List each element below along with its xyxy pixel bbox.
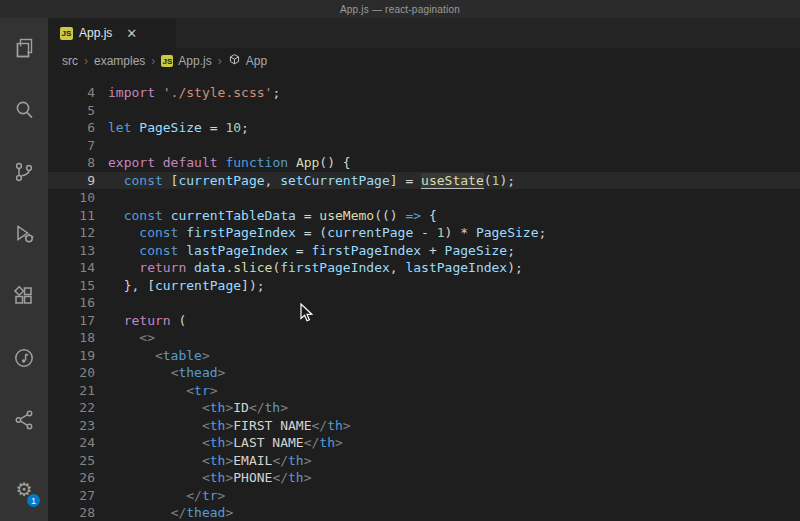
code-text: [95, 294, 108, 312]
activity-item-run-debug[interactable]: [0, 210, 48, 258]
activity-item-music[interactable]: [0, 334, 48, 382]
breadcrumb: src › examples › JS App.js ›: [48, 48, 800, 74]
line-number: 17: [48, 312, 95, 330]
explorer-icon: [12, 36, 36, 60]
line-number: 12: [48, 224, 95, 242]
breadcrumb-item-appjs[interactable]: JS App.js: [161, 54, 211, 68]
line-number: 26: [48, 469, 95, 487]
code-text: const currentTableData = useMemo(() => {: [95, 207, 437, 225]
line-number: 7: [48, 137, 95, 155]
code-text: [95, 137, 108, 155]
activity-item-share[interactable]: [0, 396, 48, 444]
run-debug-icon: [12, 222, 36, 246]
code-text: [95, 102, 108, 120]
code-line[interactable]: 20 <thead>: [48, 364, 800, 382]
line-number: 22: [48, 399, 95, 417]
code-line[interactable]: 7: [48, 137, 800, 155]
code-text: <th>LAST NAME</th>: [95, 434, 343, 452]
code-line[interactable]: 28 </thead>: [48, 504, 800, 521]
js-file-icon: JS: [161, 55, 173, 67]
line-number: 18: [48, 329, 95, 347]
activity-bar: ⚙ 1: [0, 18, 48, 521]
line-number: 9: [48, 172, 95, 190]
line-number: 27: [48, 487, 95, 505]
code-text: <tr>: [95, 382, 218, 400]
search-icon: [12, 98, 36, 122]
activity-item-source-control[interactable]: [0, 148, 48, 196]
code-text: [95, 189, 108, 207]
window-title: App.js — react-pagination: [340, 4, 460, 15]
line-number: 19: [48, 347, 95, 365]
code-line[interactable]: 22 <th>ID</th>: [48, 399, 800, 417]
vscode-window: App.js — react-pagination: [0, 0, 800, 521]
tab-appjs[interactable]: JS App.js ✕: [48, 18, 177, 48]
code-line[interactable]: 5: [48, 102, 800, 120]
code-line[interactable]: 16: [48, 294, 800, 312]
breadcrumb-item-src[interactable]: src: [62, 54, 78, 68]
code-text: export default function App() {: [95, 154, 351, 172]
code-line[interactable]: 25 <th>EMAIL</th>: [48, 452, 800, 470]
chevron-right-icon: ›: [84, 54, 88, 68]
code-editor[interactable]: 4import './style.scss';56let PageSize = …: [48, 74, 800, 521]
code-line[interactable]: 6let PageSize = 10;: [48, 119, 800, 137]
code-text: </thead>: [95, 504, 233, 521]
code-text: let PageSize = 10;: [95, 119, 249, 137]
share-icon: [12, 408, 36, 432]
source-control-icon: [12, 160, 36, 184]
code-text: return (: [95, 312, 186, 330]
line-number: 13: [48, 242, 95, 260]
code-text: const [currentPage, setCurrentPage] = us…: [95, 172, 515, 190]
code-text: </tr>: [95, 487, 225, 505]
code-text: const firstPageIndex = (currentPage - 1)…: [95, 224, 546, 242]
activity-item-extensions[interactable]: [0, 272, 48, 320]
activity-item-explorer[interactable]: [0, 24, 48, 72]
code-line[interactable]: 11 const currentTableData = useMemo(() =…: [48, 207, 800, 225]
code-line[interactable]: 21 <tr>: [48, 382, 800, 400]
line-number: 4: [48, 84, 95, 102]
code-line[interactable]: 15 }, [currentPage]);: [48, 277, 800, 295]
code-line[interactable]: 19 <table>: [48, 347, 800, 365]
code-text: }, [currentPage]);: [95, 277, 265, 295]
activity-item-search[interactable]: [0, 86, 48, 134]
js-file-icon: JS: [60, 27, 73, 40]
line-number: 20: [48, 364, 95, 382]
code-line[interactable]: 24 <th>LAST NAME</th>: [48, 434, 800, 452]
line-number: 24: [48, 434, 95, 452]
code-text: <th>EMAIL</th>: [95, 452, 312, 470]
code-text: return data.slice(firstPageIndex, lastPa…: [95, 259, 523, 277]
code-text: <th>PHONE</th>: [95, 469, 312, 487]
code-line[interactable]: 27 </tr>: [48, 487, 800, 505]
line-number: 16: [48, 294, 95, 312]
line-number: 8: [48, 154, 95, 172]
line-number: 11: [48, 207, 95, 225]
extensions-icon: [12, 284, 36, 308]
breadcrumb-item-examples[interactable]: examples: [94, 54, 145, 68]
code-line[interactable]: 17 return (: [48, 312, 800, 330]
code-line[interactable]: 10: [48, 189, 800, 207]
tab-close-icon[interactable]: ✕: [126, 27, 137, 40]
settings-button[interactable]: ⚙ 1: [0, 467, 48, 511]
code-line[interactable]: 9 const [currentPage, setCurrentPage] = …: [48, 172, 800, 190]
code-line[interactable]: 14 return data.slice(firstPageIndex, las…: [48, 259, 800, 277]
code-line[interactable]: 13 const lastPageIndex = firstPageIndex …: [48, 242, 800, 260]
code-text: import './style.scss';: [95, 84, 280, 102]
code-text: <th>FIRST NAME</th>: [95, 417, 351, 435]
line-number: 23: [48, 417, 95, 435]
code-text: <thead>: [95, 364, 225, 382]
code-line[interactable]: 12 const firstPageIndex = (currentPage -…: [48, 224, 800, 242]
code-line[interactable]: 26 <th>PHONE</th>: [48, 469, 800, 487]
code-line[interactable]: 8export default function App() {: [48, 154, 800, 172]
line-number: 21: [48, 382, 95, 400]
code-line[interactable]: 4import './style.scss';: [48, 84, 800, 102]
symbol-cube-icon: [228, 53, 241, 69]
line-number: 6: [48, 119, 95, 137]
tab-bar: JS App.js ✕: [48, 18, 800, 48]
code-line[interactable]: 23 <th>FIRST NAME</th>: [48, 417, 800, 435]
chevron-right-icon: ›: [151, 54, 155, 68]
breadcrumb-item-app-symbol[interactable]: App: [228, 53, 267, 69]
code-line[interactable]: 18 <>: [48, 329, 800, 347]
line-number: 10: [48, 189, 95, 207]
line-number: 14: [48, 259, 95, 277]
line-number: 25: [48, 452, 95, 470]
tab-label: App.js: [79, 26, 112, 40]
